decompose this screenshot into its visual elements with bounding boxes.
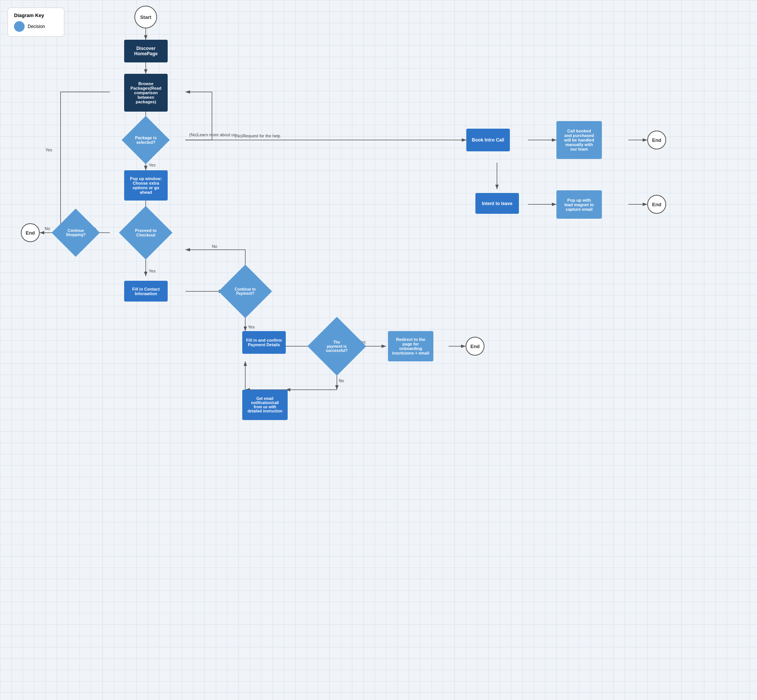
continue-payment-node: Continue toPayment? bbox=[218, 264, 272, 318]
svg-text:(No)Request for the help: (No)Request for the help bbox=[235, 134, 280, 138]
svg-text:Yes: Yes bbox=[149, 269, 156, 273]
fill-contact-node: Fill in Contact Inforамtion bbox=[124, 281, 168, 302]
flowchart-canvas: Diagram Key Decision (No)Learn more abou… bbox=[0, 0, 757, 700]
popup-lead-magnet-node: Pop up with lead magnet to capture email bbox=[557, 190, 602, 219]
package-selected-node: Package isselected? bbox=[122, 116, 170, 164]
diagram-key-item: Decision bbox=[14, 21, 58, 32]
decision-label: Decision bbox=[28, 24, 45, 29]
svg-text:No: No bbox=[339, 378, 344, 383]
browse-packages-node: Browse Packages(Read comparison between … bbox=[124, 74, 168, 112]
fill-payment-node: Fill in and confirm Payment Details bbox=[242, 331, 286, 354]
call-booked-node: Call booked and purchased will be handle… bbox=[557, 121, 602, 159]
svg-text:Yes: Yes bbox=[45, 148, 52, 152]
diagram-key-title: Diagram Key bbox=[14, 12, 58, 18]
decision-icon bbox=[14, 21, 25, 32]
end-left-node: End bbox=[21, 223, 40, 242]
popup-window-node: Pop up window: Choose extra options or g… bbox=[124, 170, 168, 200]
continue-shopping-node: ContinueShopping? bbox=[52, 208, 100, 256]
svg-text:No: No bbox=[45, 226, 50, 231]
get-email-notification-node: Get email notification/call from us with… bbox=[242, 390, 288, 420]
end-right2-node: End bbox=[647, 195, 666, 214]
proceed-checkout-node: Proceed toCheckout bbox=[119, 206, 172, 259]
intent-to-leave-node: Intent to leave bbox=[475, 193, 519, 214]
svg-text:No: No bbox=[212, 244, 217, 248]
svg-text:Yes: Yes bbox=[149, 163, 156, 167]
book-intro-call-node: Book Intro Call bbox=[466, 129, 510, 152]
svg-text:(No)Learn more about us: (No)Learn more about us bbox=[189, 133, 236, 137]
svg-text:Yes: Yes bbox=[248, 325, 255, 329]
end-bottom-right-node: End bbox=[466, 337, 485, 356]
start-node: Start bbox=[135, 6, 157, 28]
end-right1-node: End bbox=[647, 131, 666, 150]
discover-homepage-node: Discover HomePage bbox=[124, 40, 168, 62]
payment-successful-node: Thepayment issuccessful? bbox=[307, 317, 366, 376]
diagram-key: Diagram Key Decision bbox=[8, 8, 64, 37]
arrows-svg: (No)Learn more about us Yes Yes Yes Yes … bbox=[0, 0, 757, 700]
redirect-onboarding-node: Redirect to the page for onboarding insc… bbox=[388, 331, 433, 361]
